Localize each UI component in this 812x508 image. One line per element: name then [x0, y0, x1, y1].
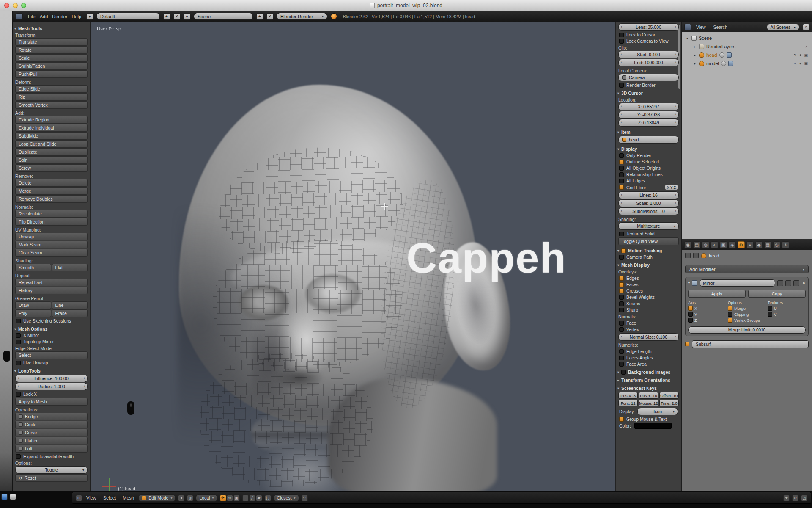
tab-render-layers[interactable]: ▤: [693, 241, 700, 248]
edge-select-mode[interactable]: ╱: [249, 495, 255, 501]
modifier-checkbox-z[interactable]: Z: [688, 318, 726, 323]
pivot-point-icon[interactable]: ◎: [187, 495, 193, 501]
sidebar-field-pos-y-10[interactable]: Pos Y: 10: [639, 392, 658, 399]
toolshelf-button-reset[interactable]: ↺Reset: [15, 474, 88, 482]
sidebar-checkbox-creases[interactable]: Creases: [619, 288, 678, 293]
outliner-row-model[interactable]: ▸model↖●▣: [683, 59, 811, 68]
toolshelf-button-delete[interactable]: Delete: [15, 179, 88, 187]
outliner-menu-search[interactable]: Search: [712, 25, 729, 30]
toolshelf-button-smooth[interactable]: Smooth: [15, 264, 51, 271]
translate-manipulator[interactable]: ✛: [220, 495, 226, 501]
viewport-menu-view[interactable]: View: [85, 495, 98, 500]
toolshelf-checkbox-x-mirror[interactable]: X Mirror: [16, 333, 87, 338]
toolshelf-button-spin[interactable]: Spin: [15, 156, 88, 164]
toolshelf-slider-radius-1-000[interactable]: ‹Radius: 1.000›: [15, 383, 88, 390]
viewport-editor-type-icon[interactable]: ⊞: [76, 495, 82, 501]
tab-texture[interactable]: ▦: [764, 241, 771, 248]
sidebar-dropdown-multitexture[interactable]: Multitexture▾: [618, 222, 679, 230]
render-animation-icon[interactable]: ↺: [792, 495, 798, 501]
sidebar-checkbox-group-mouse-text[interactable]: Group Mouse & Text: [619, 417, 678, 422]
toolshelf-button-loop-cut-and-slide[interactable]: Loop Cut and Slide: [15, 140, 88, 148]
sidebar-checkbox-render-border[interactable]: Render Border: [619, 83, 678, 88]
modifier-checkbox-x[interactable]: X: [688, 306, 726, 311]
sidebar-checkbox-face[interactable]: Face: [619, 320, 678, 326]
toolshelf-slider-influence-100-00[interactable]: ‹Influence: 100.00›: [15, 375, 88, 382]
sidebar-checkbox-grid-floor[interactable]: Grid FloorX Y Z: [619, 185, 678, 190]
toolshelf-dropdown-toggle[interactable]: Toggle▾: [15, 466, 88, 474]
toolshelf-checkbox-topology-mirror[interactable]: Topology Mirror: [16, 339, 87, 344]
sidebar-checkbox-face-area[interactable]: Face Area: [619, 362, 678, 367]
sidebar-panel-header-3d-cursor[interactable]: ▾3D Cursor: [617, 91, 680, 96]
sidebar-scrollbar[interactable]: [678, 25, 680, 89]
toolshelf-button-subdivide[interactable]: Subdivide: [15, 132, 88, 140]
expand-arrow-icon[interactable]: ▾: [685, 36, 689, 40]
sidebar-checkbox-lock-to-cursor[interactable]: Lock to Cursor: [619, 32, 678, 37]
sidebar-checkbox-bevel-weights[interactable]: Bevel Weights: [619, 295, 678, 300]
slider-arrow-left-icon[interactable]: ‹: [621, 112, 622, 116]
toolshelf-button-remove-doubles[interactable]: Remove Doubles: [15, 195, 88, 203]
slider-arrow-left-icon[interactable]: ‹: [621, 25, 622, 29]
resize-grip-icon[interactable]: ◿: [801, 495, 807, 501]
toolshelf-button-rip[interactable]: Rip: [15, 93, 88, 101]
slider-arrow-left-icon[interactable]: ‹: [621, 209, 622, 213]
modifier-delete-icon[interactable]: ✕: [802, 281, 806, 285]
sidebar-slider-normal-size-0-100[interactable]: ‹Normal Size: 0.100›: [618, 333, 679, 341]
arrow-toggle-icon[interactable]: ↖: [794, 53, 797, 57]
slider-arrow-left-icon[interactable]: ‹: [621, 60, 622, 64]
slider-arrow-right-icon[interactable]: ›: [675, 209, 676, 213]
slider-arrow-left-icon[interactable]: ‹: [621, 201, 622, 205]
modifier-checkbox-merge[interactable]: Merge: [728, 306, 766, 311]
color-swatch[interactable]: [634, 423, 672, 429]
slider-arrow-right-icon[interactable]: ›: [84, 376, 85, 380]
sidebar-slider-start-0-100[interactable]: ‹Start: 0.100›: [618, 51, 679, 58]
scene-delete-button[interactable]: ✕: [266, 13, 273, 20]
sidebar-checkbox-only-render[interactable]: Only Render: [619, 153, 678, 158]
slider-arrow-left-icon[interactable]: ‹: [621, 120, 622, 124]
render-opengl-icon[interactable]: ✈: [783, 495, 790, 501]
vertex-select-mode[interactable]: ∙: [242, 495, 249, 501]
toolshelf-button-circle[interactable]: Circle: [15, 421, 88, 428]
sidebar-slider-lens-35-000[interactable]: ‹Lens: 35.000›: [618, 23, 679, 31]
tab-particles[interactable]: ◎: [773, 241, 780, 248]
toolshelf-button-screw[interactable]: Screw: [15, 164, 88, 172]
eye-toggle-icon[interactable]: ●: [799, 61, 801, 66]
proportional-edit-icon[interactable]: ◠: [302, 495, 308, 501]
tab-modifiers[interactable]: ⚙: [738, 241, 745, 248]
toolshelf-button-extrude-region[interactable]: Extrude Region: [15, 116, 88, 124]
sidebar-checkbox-faces-angles[interactable]: Faces Angles: [619, 355, 678, 360]
toolshelf-button-history[interactable]: History: [15, 287, 88, 294]
arrow-toggle-icon[interactable]: ↖: [794, 61, 797, 66]
toolshelf-button-scale[interactable]: Scale: [15, 54, 88, 62]
toolshelf-button-select[interactable]: Select: [15, 351, 88, 359]
modifier-checkbox-clipping[interactable]: Clipping: [728, 312, 766, 317]
toolshelf-button-flatten[interactable]: Flatten: [15, 437, 88, 444]
sidebar-panel-header-mesh-display[interactable]: ▾Mesh Display: [617, 262, 680, 268]
outliner-row-renderlayers[interactable]: ▸RenderLayers✓: [683, 42, 811, 51]
zoom-button[interactable]: [21, 3, 26, 8]
menu-add[interactable]: Add: [38, 14, 50, 19]
toolshelf-button-poly[interactable]: Poly: [15, 309, 51, 317]
camera-toggle-icon[interactable]: ▣: [804, 61, 808, 66]
scene-browse-icon[interactable]: ▾: [184, 13, 190, 20]
sidebar-checkbox-outline-selected[interactable]: Outline Selected: [619, 159, 678, 164]
slider-arrow-right-icon[interactable]: ›: [675, 201, 676, 205]
slider-arrow-right-icon[interactable]: ›: [675, 52, 676, 56]
sidebar-slider-end-1000-000[interactable]: ‹End: 1000.000›: [618, 59, 679, 66]
add-modifier-dropdown[interactable]: Add Modifier ▾: [685, 265, 809, 273]
toolshelf-button-unwrap[interactable]: Unwrap: [15, 233, 88, 240]
sidebar-dropdown-icon[interactable]: Icon▾: [637, 408, 678, 415]
viewport-menu-select[interactable]: Select: [102, 495, 118, 500]
sidebar-checkbox-lock-camera-to-view[interactable]: Lock Camera to View: [619, 39, 678, 44]
axis-toggle-chip[interactable]: X Y Z: [665, 185, 678, 190]
sidebar-field-pos-x-3[interactable]: Pos X: 3: [618, 392, 638, 399]
sidebar-field-camera[interactable]: Camera: [618, 74, 679, 81]
slider-arrow-left-icon[interactable]: ‹: [621, 193, 622, 197]
toolshelf-button-clear-seam[interactable]: Clear Seam: [15, 249, 88, 257]
sidebar-field-head[interactable]: head: [618, 136, 679, 144]
subsurf-modifier-name[interactable]: Subsurf: [692, 340, 809, 348]
minimize-button[interactable]: [13, 3, 18, 8]
scene-selector[interactable]: Scene: [194, 13, 253, 20]
toolshelf-button-shrink-fatten[interactable]: Shrink/Fatten: [15, 62, 88, 70]
modifier-name-field[interactable]: Mirror: [700, 279, 775, 287]
snap-target-selector[interactable]: Closest ▾: [274, 494, 299, 502]
